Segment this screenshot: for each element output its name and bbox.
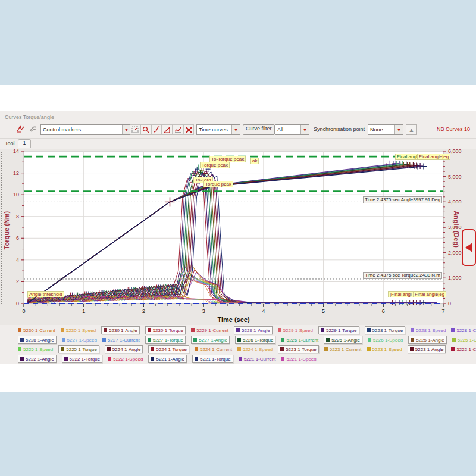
legend-item[interactable]: 5228 1-Torque [365,326,406,334]
legend-item[interactable]: 5223 1-Angle [408,345,446,353]
sync-point-combobox[interactable]: None ▼ [368,124,403,135]
legend-item[interactable]: 5229 1-Speed [278,328,313,333]
legend-item[interactable]: 5226 1-Current [281,337,318,343]
curve-filter-combobox[interactable]: All ▼ [275,124,309,135]
legend-swatch-icon [321,328,324,332]
legend-item[interactable]: 5228 1-Angle [18,336,57,344]
legend-item[interactable]: 5226 1-Speed [368,337,403,343]
legend-item[interactable]: 5229 1-Torque [318,326,359,334]
splitter-handle[interactable] [1,152,2,304]
panel-collapse-handle[interactable] [462,229,476,266]
legend-item[interactable]: 5223 1-Speed [367,347,402,352]
legend-swatch-icon [236,328,240,332]
svg-text:0: 0 [448,300,451,306]
legend-swatch-icon [451,347,455,351]
legend-swatch-icon [326,338,330,342]
legend-item[interactable]: 5222 1-Speed [108,356,143,362]
tab-divider [0,148,476,148]
control-markers-value: Control markers [41,127,122,133]
legend-item[interactable]: 5228 1-Speed [411,328,446,333]
chart-plot[interactable]: 0246810121401,0002,0003,0004,0005,0006,0… [0,149,476,325]
legend-item[interactable]: 5224 1-Torque [148,345,189,353]
chevron-down-icon[interactable]: ▼ [300,125,309,134]
tool-tab-1[interactable]: 1 [18,139,31,148]
marker-pen-icon[interactable] [15,124,26,134]
legend-swatch-icon [452,338,456,342]
legend-label: 5221 1-Speed [286,356,316,362]
control-markers-combobox[interactable]: Control markers ▼ [40,124,131,135]
legend-item[interactable]: 5227 1-Current [102,337,140,343]
slope-button[interactable] [162,124,173,135]
legend-swatch-icon [107,347,111,351]
legend-swatch-icon [368,338,371,342]
legend-item[interactable]: 5224 1-Speed [237,347,273,352]
legend-swatch-icon [151,347,154,351]
legend-row: 5230 1-Current5230 1-Speed5230 1-Angle52… [18,325,474,335]
legend-label: 5222 1-Angle [26,356,54,362]
legend-item[interactable]: 5228 1-Current [451,328,476,333]
legend-row: 5222 1-Angle5222 1-Torque5222 1-Speed522… [18,354,474,364]
curve-filter-value: All [275,127,300,133]
legend-item[interactable]: 5222 1-Torque [62,355,103,363]
legend-item[interactable]: 5224 1-Angle [105,345,143,353]
legend-item[interactable]: 5223 1-Current [324,347,362,352]
legend-swatch-icon [61,328,64,332]
curve-legend: 5230 1-Current5230 1-Speed5230 1-Angle52… [18,325,474,364]
legend-item[interactable]: 5226 1-Angle [324,336,362,344]
legend-label: 5225 1-Speed [23,347,53,352]
legend-item[interactable]: 5230 1-Speed [61,328,96,333]
legend-label: 5228 1-Torque [372,328,403,333]
select-region-button[interactable] [130,124,140,135]
legend-item[interactable]: 5226 1-Torque [235,336,276,344]
legend-item[interactable]: 5227 1-Angle [191,336,230,344]
legend-item[interactable]: 5225 1-Angle [408,336,447,344]
legend-swatch-icon [410,347,414,351]
legend-item[interactable]: 5230 1-Angle [101,326,140,334]
legend-item[interactable]: 5230 1-Current [18,328,55,333]
legend-item[interactable]: 5225 1-Current [452,337,476,343]
chevron-down-icon[interactable]: ▼ [394,125,403,134]
brush-icon[interactable] [28,124,38,134]
sync-point-value: None [368,127,394,133]
legend-swatch-icon [324,347,328,351]
legend-label: 5230 1-Torque [153,328,184,333]
legend-item[interactable]: 5229 1-Current [191,328,228,333]
legend-item[interactable]: 5230 1-Torque [145,326,186,334]
legend-item[interactable]: 5221 1-Torque [192,355,233,363]
legend-item[interactable]: 5225 1-Torque [58,345,99,353]
curve-type-combobox[interactable]: Time curves ▼ [196,124,240,135]
zoom-button[interactable] [140,124,151,135]
svg-text:0: 0 [16,300,19,306]
toolbar: Control markers ▼ Time curves [0,121,476,139]
legend-swatch-icon [61,347,64,351]
legend-item[interactable]: 5222 1-Current [451,347,476,352]
curve-filter-button[interactable]: Curve filter [243,124,275,135]
legend-label: 5225 1-Angle [416,337,444,343]
chart-tooltip: Final angle|eg [417,154,450,160]
legend-item[interactable]: 5229 1-Angle [234,326,273,334]
legend-label: 5224 1-Current [200,347,232,352]
legend-item[interactable]: 5227 1-Speed [62,337,97,343]
legend-item[interactable]: 5223 1-Torque [278,345,319,353]
legend-item[interactable]: 5225 1-Speed [18,347,53,352]
legend-item[interactable]: 5227 1-Torque [145,336,186,344]
chart-area[interactable]: 0246810121401,0002,0003,0004,0005,0006,0… [0,149,476,325]
curve-view-button[interactable] [151,124,162,135]
chevron-down-icon[interactable]: ▼ [122,125,130,134]
legend-label: 5226 1-Angle [331,337,360,343]
desktop-background-bottom [0,392,476,476]
svg-text:2: 2 [16,278,19,284]
legend-item[interactable]: 5221 1-Current [239,356,276,362]
legend-item[interactable]: 5224 1-Current [195,347,232,352]
legend-label: 5223 1-Torque [286,347,317,352]
legend-item[interactable]: 5222 1-Angle [18,355,57,363]
fit-zoom-reset-button[interactable] [183,124,194,135]
svg-text:1,000: 1,000 [448,275,462,281]
threshold-curve-button[interactable] [173,124,183,135]
legend-item[interactable]: 5221 1-Angle [148,355,187,363]
legend-label: 5230 1-Speed [66,328,96,333]
legend-item[interactable]: 5221 1-Speed [281,356,316,362]
legend-swatch-icon [281,338,284,342]
chevron-down-icon[interactable]: ▼ [231,125,240,134]
warning-icon[interactable]: ▲ [406,124,417,135]
